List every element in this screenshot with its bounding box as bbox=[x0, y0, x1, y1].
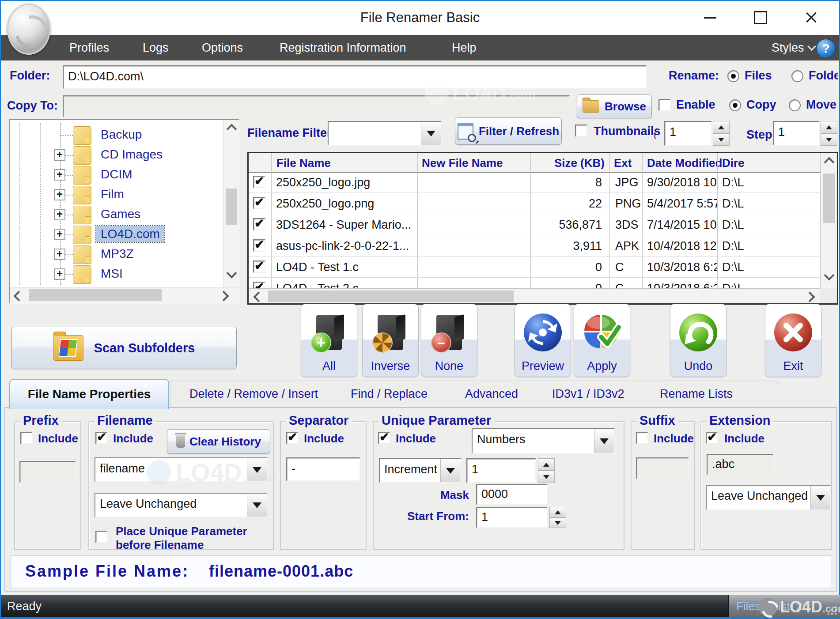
copy-label[interactable]: Copy bbox=[746, 98, 776, 112]
row-checkbox[interactable] bbox=[253, 260, 265, 273]
rename-files-radio[interactable] bbox=[727, 70, 739, 82]
menu-styles[interactable]: Styles bbox=[772, 35, 815, 60]
tree-item[interactable]: + DCIM bbox=[10, 166, 222, 185]
unique-increment-input[interactable]: 1 bbox=[466, 458, 536, 483]
scan-subfolders-button[interactable]: Scan Subfolders bbox=[11, 327, 237, 369]
tree-item-label[interactable]: Backup bbox=[96, 127, 146, 143]
expand-icon[interactable]: + bbox=[54, 268, 65, 280]
spin-up-icon[interactable] bbox=[549, 507, 566, 517]
spin-down-icon[interactable] bbox=[549, 517, 566, 528]
select-inverse-button[interactable]: Inverse bbox=[362, 304, 419, 377]
table-hscrollbar[interactable] bbox=[249, 288, 820, 304]
place-unique-label[interactable]: Place Unique Parameter before Filename bbox=[116, 525, 261, 552]
start-from-input[interactable]: 1 bbox=[476, 507, 548, 528]
unique-increment-stepper[interactable] bbox=[538, 458, 555, 483]
separator-input[interactable]: - bbox=[286, 457, 360, 481]
tree-item-label[interactable]: Film bbox=[96, 186, 129, 202]
thumbnail-count-input[interactable]: 1 bbox=[664, 121, 712, 146]
exit-button[interactable]: Exit bbox=[765, 304, 821, 377]
prefix-input[interactable] bbox=[19, 461, 76, 483]
tree-item[interactable]: + MSI bbox=[10, 265, 222, 284]
filename-case-combobox[interactable]: Leave Unchanged bbox=[95, 493, 268, 517]
filename-include-checkbox[interactable] bbox=[95, 432, 108, 444]
table-row[interactable]: LO4D - Test 1.c 0 C 10/3/2018 6:2... D:\… bbox=[249, 257, 820, 278]
scroll-up-icon[interactable] bbox=[824, 157, 834, 167]
enable-label[interactable]: Enable bbox=[676, 98, 715, 112]
suffix-input[interactable] bbox=[636, 457, 689, 479]
unique-type-combobox[interactable]: Numbers bbox=[472, 428, 615, 454]
tree-item[interactable]: + Games bbox=[10, 205, 222, 225]
expand-icon[interactable]: + bbox=[54, 249, 65, 260]
tree-item-label[interactable]: MSI bbox=[96, 266, 127, 282]
prefix-include-checkbox[interactable] bbox=[20, 432, 33, 444]
table-row[interactable]: 250x250_logo.png 22 PNG 5/4/2017 5:57:..… bbox=[249, 193, 820, 214]
column-newfilename[interactable]: New File Name bbox=[422, 156, 503, 170]
mask-input[interactable]: 0000 bbox=[476, 484, 548, 505]
suffix-include-checkbox[interactable] bbox=[636, 432, 648, 444]
expand-icon[interactable]: + bbox=[54, 149, 65, 161]
row-checkbox[interactable] bbox=[253, 218, 265, 230]
filename-source-combobox[interactable]: filename bbox=[95, 457, 268, 482]
enable-checkbox[interactable] bbox=[658, 99, 671, 111]
expand-icon[interactable]: + bbox=[54, 209, 65, 220]
select-all-button[interactable]: + All bbox=[301, 304, 357, 377]
tree-item[interactable]: + CD Images bbox=[10, 146, 222, 165]
copy-radio[interactable] bbox=[729, 99, 741, 111]
menu-help[interactable]: Help bbox=[452, 35, 477, 60]
separator-include-label[interactable]: Include bbox=[304, 432, 344, 445]
folder-input[interactable]: D:\LO4D.com\ bbox=[63, 65, 647, 89]
tree-hscrollbar[interactable] bbox=[10, 287, 238, 303]
scroll-up-icon[interactable] bbox=[226, 124, 237, 134]
rename-folders-label[interactable]: Folders bbox=[809, 69, 838, 83]
step-stepper[interactable] bbox=[821, 121, 837, 146]
scroll-left-icon[interactable] bbox=[253, 291, 264, 302]
start-from-stepper[interactable] bbox=[549, 507, 566, 528]
undo-button[interactable]: Undo bbox=[670, 304, 726, 377]
prefix-include-label[interactable]: Include bbox=[38, 432, 78, 445]
browse-button[interactable]: Browse bbox=[577, 94, 652, 118]
scroll-down-icon[interactable] bbox=[824, 270, 834, 280]
column-date[interactable]: Date Modified bbox=[647, 156, 722, 170]
move-radio[interactable] bbox=[789, 99, 801, 111]
tab-rename-lists[interactable]: Rename Lists bbox=[660, 387, 733, 401]
filename-include-label[interactable]: Include bbox=[113, 432, 153, 445]
maximize-button[interactable] bbox=[748, 7, 773, 28]
spin-up-icon[interactable] bbox=[538, 458, 555, 471]
thumbnails-checkbox[interactable] bbox=[575, 125, 587, 137]
table-vscrollbar[interactable] bbox=[820, 153, 837, 288]
table-row[interactable]: asus-pc-link-2-0-0-22-1... 3,911 APK 10/… bbox=[249, 235, 820, 257]
tree-item-label[interactable]: Games bbox=[96, 206, 145, 222]
thumbnail-count-stepper[interactable] bbox=[713, 121, 730, 146]
menu-logs[interactable]: Logs bbox=[143, 35, 169, 60]
extension-input[interactable]: .abc bbox=[707, 454, 774, 475]
close-button[interactable] bbox=[798, 7, 823, 28]
filter-dropdown-button[interactable] bbox=[421, 122, 441, 145]
tree-item-label[interactable]: CD Images bbox=[96, 147, 167, 162]
separator-include-checkbox[interactable] bbox=[286, 432, 299, 444]
apply-button[interactable]: Apply bbox=[574, 304, 630, 377]
extension-include-checkbox[interactable] bbox=[706, 432, 718, 444]
rename-folders-radio[interactable] bbox=[791, 70, 803, 82]
place-unique-checkbox[interactable] bbox=[95, 531, 108, 543]
tree-vscrollbar[interactable] bbox=[223, 120, 239, 287]
tab-find-replace[interactable]: Find / Replace bbox=[351, 387, 428, 401]
column-size[interactable]: Size (KB) bbox=[530, 156, 605, 170]
tree-item-selected[interactable]: + LO4D.com bbox=[10, 225, 222, 245]
scroll-left-icon[interactable] bbox=[13, 291, 24, 301]
table-hscroll-thumb[interactable] bbox=[268, 291, 514, 302]
tree-hscroll-thumb[interactable] bbox=[29, 289, 162, 301]
extension-case-combobox[interactable]: Leave Unchanged bbox=[706, 485, 831, 510]
tab-delete-remove-insert[interactable]: Delete / Remove / Insert bbox=[189, 387, 318, 401]
row-checkbox[interactable] bbox=[253, 239, 265, 252]
column-filename[interactable]: File Name bbox=[276, 156, 331, 170]
expand-icon[interactable]: + bbox=[54, 229, 65, 240]
step-input[interactable]: 1 bbox=[773, 121, 820, 146]
table-row[interactable]: 3DS1264 - Super Mario... 536,871 3DS 7/1… bbox=[249, 214, 820, 235]
tree-item[interactable]: + Backup bbox=[10, 126, 222, 145]
minimize-button[interactable] bbox=[698, 7, 723, 28]
scroll-down-icon[interactable] bbox=[226, 268, 237, 278]
table-vscroll-thumb[interactable] bbox=[823, 174, 835, 223]
tree-item-label[interactable]: MP3Z bbox=[96, 246, 138, 262]
tree-item[interactable]: + MP3Z bbox=[10, 245, 222, 264]
spin-up-icon[interactable] bbox=[713, 121, 730, 133]
